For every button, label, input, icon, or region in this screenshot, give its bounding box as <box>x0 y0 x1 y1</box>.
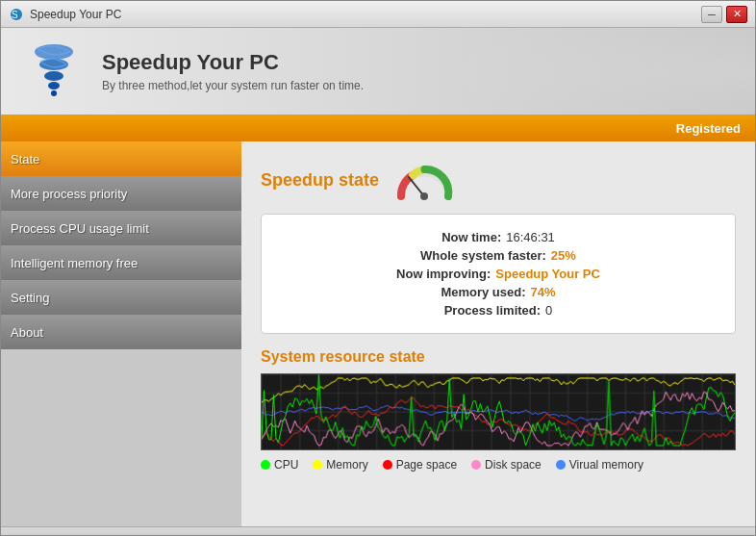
memory-used-label: Memory used: <box>441 285 525 299</box>
chart-legend: CPU Memory Page space Disk space Virual … <box>261 458 736 472</box>
speedup-gauge <box>393 156 456 204</box>
minimize-button[interactable]: ─ <box>701 6 722 23</box>
sidebar-label-cpu-limit: Process CPU usage limit <box>11 221 149 236</box>
process-limited-label: Process limited: <box>444 303 541 318</box>
main-content: State More process priority Process CPU … <box>1 141 755 526</box>
disk-space-legend-dot <box>471 460 481 470</box>
svg-point-6 <box>51 90 57 96</box>
app-subtitle: By three method,let your system run fast… <box>102 79 364 92</box>
now-improving-label: Now improving: <box>396 267 491 281</box>
svg-text:S: S <box>12 10 18 20</box>
header-decoration <box>466 28 755 115</box>
memory-legend-label: Memory <box>326 458 367 472</box>
header-text-block: Speedup Your PC By three method,let your… <box>102 50 364 92</box>
cpu-legend-label: CPU <box>274 458 298 472</box>
now-time-label: Now time: <box>441 230 501 244</box>
process-limited-row: Process limited: 0 <box>281 303 716 318</box>
chart-canvas <box>262 374 735 449</box>
window-controls: ─ ✕ <box>701 6 747 23</box>
sidebar-label-state: State <box>11 152 39 166</box>
legend-disk-space: Disk space <box>471 458 542 472</box>
sidebar-item-state[interactable]: State <box>1 141 241 176</box>
sidebar-item-about[interactable]: About <box>1 315 241 349</box>
sidebar-item-setting[interactable]: Setting <box>1 280 241 315</box>
virtual-memory-legend-label: Virual memory <box>569 458 643 472</box>
now-time-value: 16:46:31 <box>506 230 555 244</box>
system-resource-title: System resource state <box>261 348 736 366</box>
app-icon: S <box>9 7 24 22</box>
now-improving-row: Now improving: Speedup Your PC <box>281 267 716 281</box>
registration-status: Registered <box>676 121 741 136</box>
cpu-legend-dot <box>261 460 270 470</box>
memory-used-row: Memory used: 74% <box>281 285 716 299</box>
app-title: Speedup Your PC <box>102 50 364 75</box>
legend-page-space: Page space <box>383 458 457 472</box>
virtual-memory-legend-dot <box>556 460 566 470</box>
sidebar-label-setting: Setting <box>11 291 49 305</box>
whole-system-value: 25% <box>551 248 576 263</box>
legend-virtual-memory: Virual memory <box>556 458 643 472</box>
now-improving-value: Speedup Your PC <box>495 267 600 281</box>
sidebar-label-about: About <box>11 325 43 340</box>
svg-point-4 <box>44 71 63 81</box>
legend-memory: Memory <box>313 458 367 472</box>
legend-cpu: CPU <box>261 458 298 472</box>
sidebar-label-more-process: More process priority <box>11 187 127 201</box>
now-time-row: Now time: 16:46:31 <box>281 230 716 244</box>
sidebar-item-memory-free[interactable]: Intelligent memory free <box>1 245 241 280</box>
app-logo <box>20 38 88 105</box>
page-space-legend-label: Page space <box>396 458 457 472</box>
sidebar-item-cpu-limit[interactable]: Process CPU usage limit <box>1 211 241 245</box>
disk-space-legend-label: Disk space <box>485 458 542 472</box>
sidebar-item-more-process[interactable]: More process priority <box>1 176 241 211</box>
memory-used-value: 74% <box>531 285 556 299</box>
speedup-header: Speedup state <box>261 156 736 204</box>
resource-chart <box>261 373 736 450</box>
status-bar: Registered <box>1 115 755 141</box>
memory-legend-dot <box>313 460 322 470</box>
whole-system-label: Whole system faster: <box>420 248 546 263</box>
svg-point-8 <box>420 192 428 200</box>
process-limited-value: 0 <box>545 303 552 318</box>
content-panel: Speedup state <box>241 141 755 526</box>
sidebar: State More process priority Process CPU … <box>1 141 241 526</box>
page-space-legend-dot <box>383 460 392 470</box>
titlebar: S Speedup Your PC ─ ✕ <box>1 1 755 28</box>
whole-system-row: Whole system faster: 25% <box>281 248 716 263</box>
svg-point-5 <box>48 82 60 89</box>
window-title: Speedup Your PC <box>30 8 701 21</box>
sidebar-label-memory-free: Intelligent memory free <box>11 256 138 270</box>
speedup-state-title: Speedup state <box>261 170 379 191</box>
bottom-bar: How about Speedup Your PC? v1.0.2 <box>1 526 755 536</box>
app-header: Speedup Your PC By three method,let your… <box>1 28 755 115</box>
close-button[interactable]: ✕ <box>726 6 747 23</box>
state-info-card: Now time: 16:46:31 Whole system faster: … <box>261 214 736 334</box>
